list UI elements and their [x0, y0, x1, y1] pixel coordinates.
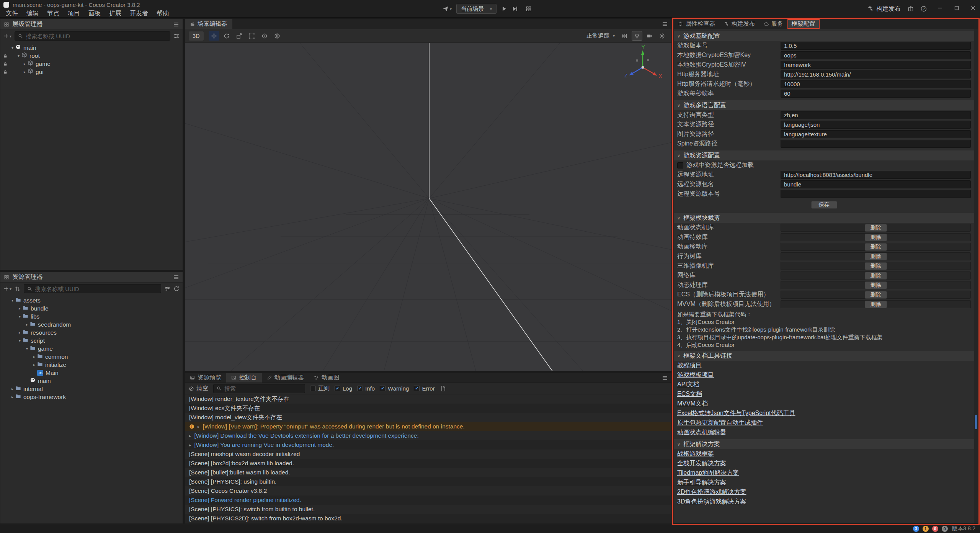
menu-item-7[interactable]: 帮助 [152, 9, 173, 18]
panel-menu-icon[interactable] [173, 21, 179, 28]
play-button[interactable] [501, 6, 507, 12]
log-row[interactable]: ▸[Window] You are running Vue in develop… [185, 440, 671, 450]
delete-button[interactable]: 删除 [865, 243, 887, 251]
light-toggle[interactable] [632, 31, 642, 41]
filter-log[interactable]: Log [335, 385, 352, 392]
panel-menu-icon[interactable] [173, 274, 179, 280]
maximize-button[interactable] [954, 5, 960, 13]
checkbox[interactable] [357, 386, 363, 391]
expand-arrow[interactable]: ▸ [31, 355, 37, 359]
framework-link[interactable]: 3D角色扮演游戏解决方案 [674, 497, 974, 507]
tab-scene-editor[interactable]: 场景编辑器 [185, 19, 232, 29]
add-node-button[interactable]: ▾ [3, 33, 11, 39]
assets-search[interactable] [24, 284, 161, 293]
log-row[interactable]: [Scene] Cocos Creator v3.8.2 [185, 486, 671, 495]
collapse-logs-icon[interactable] [440, 386, 446, 392]
framework-link[interactable]: 游戏模板项目 [674, 370, 974, 380]
log-row[interactable]: !▸[Window] [Vue warn]: Property "onInput… [185, 422, 671, 431]
log-row[interactable]: [Scene] meshopt wasm decoder initialized [185, 450, 671, 459]
inspector-tab-1[interactable]: 构建发布 [720, 19, 760, 29]
expand-arrow[interactable]: ▸ [198, 424, 200, 429]
log-row[interactable]: [Scene] [PHYSICS]: switch from builtin t… [185, 505, 671, 514]
section-header-1[interactable]: ∨游戏多语言配置 [674, 100, 974, 110]
log-row[interactable]: [Scene] [bullet]:bullet wasm lib loaded. [185, 468, 671, 477]
expand-arrow[interactable]: ▾ [17, 314, 23, 319]
console-tab-1[interactable]: 控制台 [226, 373, 262, 383]
axis-gizmo[interactable]: Y X Z [624, 44, 662, 79]
property-input[interactable] [781, 140, 971, 148]
3d-toggle[interactable]: 3D [189, 31, 204, 41]
log-row[interactable]: [Window] render_texture文件夹不存在 [185, 394, 671, 404]
panel-menu-icon[interactable] [662, 21, 668, 27]
log-row[interactable]: [Scene] [PHYSICS2D]: switch from box2d-w… [185, 514, 671, 523]
property-input[interactable]: 1.0.5 [781, 42, 971, 50]
hierarchy-search-input[interactable] [26, 33, 167, 39]
move-tool[interactable] [209, 31, 219, 41]
hierarchy-node[interactable]: ▾root [0, 52, 183, 60]
camera-preview-button[interactable] [644, 31, 655, 41]
menu-item-4[interactable]: 面板 [84, 9, 105, 18]
expand-arrow[interactable]: ▾ [24, 347, 30, 351]
menu-item-5[interactable]: 扩展 [105, 9, 126, 18]
asset-node[interactable]: ▸internal [0, 385, 183, 393]
hierarchy-node[interactable]: ▸gui [0, 68, 183, 76]
filter-info[interactable]: Info [357, 385, 375, 392]
scene-viewport[interactable]: Y X Z [185, 43, 671, 371]
asset-node[interactable]: ▾libs [0, 312, 183, 320]
section-header-0[interactable]: ∨游戏基础配置 [674, 31, 974, 41]
section-header-3[interactable]: ∨框架模块裁剪 [674, 213, 974, 223]
expand-arrow[interactable]: ▸ [22, 70, 28, 74]
asset-node[interactable]: ▸common [0, 353, 183, 361]
delete-button[interactable]: 删除 [865, 253, 887, 260]
grid-toggle[interactable] [619, 31, 630, 41]
console-tab-2[interactable]: 动画编辑器 [262, 373, 309, 383]
property-input[interactable]: http://192.168.0.150/main/ [781, 70, 971, 78]
property-input[interactable]: framework [781, 61, 971, 69]
hierarchy-node[interactable]: ▸game [0, 60, 183, 68]
framework-link[interactable]: Excel格式转Json文件与TypeScript代码工具 [674, 409, 974, 418]
section-header-2[interactable]: ∨游戏资源配置 [674, 150, 974, 160]
expand-arrow[interactable]: ▾ [17, 338, 23, 343]
framework-link[interactable]: 教程项目 [674, 361, 974, 370]
framework-link[interactable]: 原生包热更新配置自动生成插件 [674, 418, 974, 428]
package-button[interactable] [908, 6, 914, 12]
expand-arrow[interactable]: ▸ [22, 62, 28, 66]
expand-arrow[interactable]: ▸ [31, 363, 37, 367]
status-badge-0[interactable]: 3 [913, 526, 919, 532]
property-input[interactable]: 60 [781, 90, 971, 98]
refresh-icon[interactable] [173, 286, 180, 292]
checkbox[interactable] [335, 386, 340, 391]
console-tab-3[interactable]: 动画图 [309, 373, 345, 383]
inspector-tab-3[interactable]: 框架配置 [787, 19, 820, 29]
help-button[interactable]: ? [921, 6, 927, 12]
expand-arrow[interactable]: ▸ [189, 443, 191, 448]
filter-icon[interactable] [173, 33, 180, 39]
remote-load-checkbox[interactable] [677, 162, 683, 168]
close-button[interactable] [970, 5, 976, 13]
expand-arrow[interactable]: ▸ [24, 322, 30, 327]
section-header-4[interactable]: ∨框架文档工具链接 [674, 351, 974, 361]
log-row[interactable]: [Scene] [PHYSICS]: using builtin. [185, 477, 671, 486]
log-row[interactable]: [Scene] [box2d]:box2d wasm lib loaded. [185, 459, 671, 468]
add-asset-button[interactable]: ▾ [3, 286, 11, 291]
minimize-button[interactable] [937, 5, 943, 13]
property-input[interactable]: bundle [781, 180, 971, 188]
menu-item-1[interactable]: 编辑 [22, 9, 43, 18]
inspector-tab-2[interactable]: 服务 [760, 19, 787, 29]
expand-arrow[interactable]: ▾ [16, 54, 21, 58]
framework-link[interactable]: 新手引导解决方案 [674, 478, 974, 487]
scale-tool[interactable] [234, 31, 245, 41]
scrollbar[interactable] [974, 29, 978, 523]
filter-warning[interactable]: Warning [380, 385, 409, 392]
framework-link[interactable]: 战棋游戏框架 [674, 449, 974, 459]
console-search[interactable] [213, 384, 305, 393]
delete-button[interactable]: 删除 [865, 272, 887, 280]
lock-indicator[interactable] [3, 69, 8, 76]
lock-indicator[interactable] [3, 61, 8, 68]
property-input[interactable] [781, 190, 971, 198]
view-mode-select[interactable]: 正常追踪▾ [586, 32, 615, 39]
asset-node[interactable]: TSMain [0, 369, 183, 377]
asset-node[interactable]: ▾game [0, 345, 183, 353]
property-input[interactable]: language/json [781, 121, 971, 129]
menu-item-0[interactable]: 文件 [2, 9, 22, 18]
